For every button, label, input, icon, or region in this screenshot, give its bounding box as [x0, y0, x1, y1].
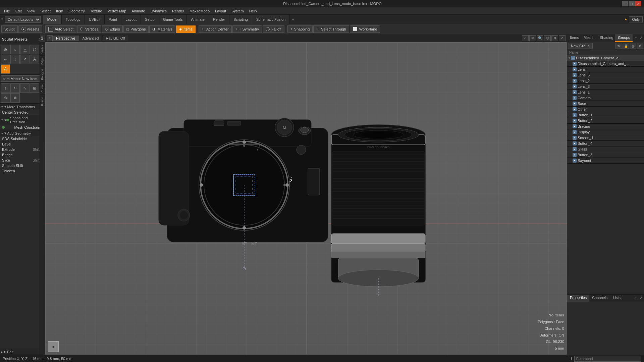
tree-vis-8[interactable]: ●	[573, 107, 577, 111]
viewport-3d[interactable]: Canon EOS R7	[45, 42, 567, 355]
layout-tab-scripting[interactable]: Scripting	[229, 15, 252, 24]
viewport-home-icon[interactable]: ⌂	[522, 35, 529, 41]
close-button[interactable]: ✕	[635, 1, 641, 6]
polygons-button[interactable]: □Polygons	[123, 25, 149, 33]
tool-icon-2[interactable]: ○	[10, 45, 20, 54]
right-tool-render[interactable]: ◎	[630, 43, 636, 49]
right-tab-items[interactable]: Items	[567, 34, 582, 42]
viewport-tab-raygl[interactable]: Ray GL: Off	[103, 36, 128, 41]
right-tab-shading[interactable]: Shading	[598, 34, 615, 42]
props-tab-add[interactable]: +	[634, 295, 638, 302]
tree-item-13[interactable]: ● Screen_1	[567, 135, 644, 141]
tree-vis-15[interactable]: ●	[573, 147, 577, 151]
viewport-settings-icon[interactable]: ⚙	[551, 35, 558, 41]
extrude-item[interactable]: Extrude Shift-X	[0, 147, 45, 152]
tree-item-4[interactable]: ● Lens_3	[567, 84, 644, 89]
bevel-item[interactable]: Bevel	[0, 141, 45, 147]
tree-vis-16[interactable]: ●	[573, 153, 577, 157]
layout-tab-animate[interactable]: Animate	[187, 15, 209, 24]
tool-icon-4[interactable]: ⬡	[30, 45, 39, 54]
tree-item-17[interactable]: ● Bayonet	[567, 158, 644, 164]
command-input[interactable]	[574, 356, 641, 362]
tree-item-2[interactable]: ● Lens_5	[567, 72, 644, 78]
tree-item-1[interactable]: ● Lens	[567, 67, 644, 72]
mesh-constraints-item[interactable]: Mesh Constraints	[0, 125, 45, 130]
rotate-icon[interactable]: ↻	[10, 83, 20, 93]
menu-vertex-map[interactable]: Vertex Map	[105, 8, 129, 14]
menu-file[interactable]: File	[1, 8, 13, 14]
root-visibility-icon[interactable]: ●	[571, 56, 575, 60]
props-tab-lists[interactable]: Lists	[610, 295, 624, 302]
snaps-section[interactable]: ▾ Snaps and Precision	[0, 115, 45, 125]
layout-tab-render[interactable]: Render	[209, 15, 229, 24]
layout-tab-uvedit[interactable]: UVEdit	[85, 15, 105, 24]
viewport-menu-icon[interactable]: ≡	[47, 35, 53, 41]
tree-item-15[interactable]: ● Glass	[567, 146, 644, 152]
only-button[interactable]: Only	[629, 16, 643, 22]
edges-button[interactable]: ◇Edges	[102, 25, 123, 33]
select-through-button[interactable]: ⊞Select Through	[313, 25, 349, 33]
tool-icon-9[interactable]: A	[1, 64, 10, 74]
action-center-button[interactable]: ⊕Action Center	[199, 25, 232, 33]
menu-texture[interactable]: Texture	[88, 8, 105, 14]
vtab-vertex[interactable]: Vertex	[40, 43, 45, 56]
viewport-tab-perspective[interactable]: Perspective	[53, 36, 78, 41]
viewport-render-icon[interactable]: ◎	[544, 35, 551, 41]
tree-vis-14[interactable]: ●	[573, 141, 577, 145]
tree-item-16[interactable]: ● Button_3	[567, 152, 644, 158]
right-tab-add[interactable]: +	[634, 34, 638, 42]
props-tab-channels[interactable]: Channels	[589, 295, 610, 302]
tree-vis-7[interactable]: ●	[573, 102, 577, 106]
tree-vis-3[interactable]: ●	[573, 79, 577, 83]
tree-item-11[interactable]: ● Bracing	[567, 124, 644, 129]
tree-vis-10[interactable]: ●	[573, 119, 577, 123]
falloff-button[interactable]: ◯Falloff	[263, 25, 284, 33]
layout-tab-schematic[interactable]: Schematic Fusion	[252, 15, 290, 24]
layout-tab-setup[interactable]: Setup	[141, 15, 159, 24]
add-geometry-section[interactable]: ▾ Add Geometry	[0, 130, 45, 136]
menu-item[interactable]: Item	[53, 8, 66, 14]
tree-vis-0[interactable]: ●	[573, 62, 577, 66]
move-icon[interactable]: ↕	[1, 83, 10, 93]
transform-5-icon[interactable]: ⟲	[1, 93, 10, 103]
maximize-button[interactable]: □	[629, 1, 635, 6]
sculpt-button[interactable]: Sculpt	[1, 25, 18, 33]
viewport-tab-advanced[interactable]: Advanced	[79, 36, 101, 41]
tree-vis-11[interactable]: ●	[573, 124, 577, 128]
tree-item-0[interactable]: ● Disassembled_Camera_and_...	[567, 61, 644, 67]
menu-render[interactable]: Render	[169, 8, 187, 14]
tree-item-root[interactable]: ▾ ● Disassembled_Camera_a...	[567, 55, 644, 61]
vtab-edge[interactable]: Edge	[40, 55, 45, 67]
materials-button[interactable]: ◑Materials	[149, 25, 175, 33]
sds-subdivide-item[interactable]: SDS Subdivide D	[0, 136, 45, 141]
thicken-item[interactable]: Thicken	[0, 168, 45, 174]
right-panel-icon-1[interactable]: ⤢	[638, 34, 644, 42]
menu-geometry[interactable]: Geometry	[66, 8, 87, 14]
vertices-button[interactable]: ⬡Vertices	[77, 25, 101, 33]
viewport-zoom-icon[interactable]: 🔍	[537, 35, 543, 41]
tree-vis-5[interactable]: ●	[573, 90, 577, 94]
menu-select[interactable]: Select	[38, 8, 53, 14]
transform-4-icon[interactable]: ⊞	[30, 83, 39, 93]
tool-icon-5[interactable]: ↔	[1, 55, 10, 64]
scale-icon[interactable]: ⤡	[20, 83, 30, 93]
auto-select-button[interactable]: Auto Select	[45, 25, 76, 33]
menu-help[interactable]: Help	[247, 8, 260, 14]
viewport-expand-icon[interactable]: ⤢	[559, 35, 566, 41]
tree-item-6[interactable]: ● Camera	[567, 95, 644, 101]
tree-item-7[interactable]: ● Base	[567, 101, 644, 107]
menu-system[interactable]: System	[229, 8, 247, 14]
presets-button[interactable]: ● Presets	[18, 25, 42, 33]
minimize-button[interactable]: ─	[622, 1, 628, 6]
tree-item-5[interactable]: ● Lens_1	[567, 89, 644, 95]
layout-tab-game-tools[interactable]: Game Tools	[159, 15, 187, 24]
layout-tab-layout[interactable]: Layout	[121, 15, 141, 24]
tree-vis-1[interactable]: ●	[573, 67, 577, 71]
tree-vis-17[interactable]: ●	[573, 159, 577, 163]
symmetry-button[interactable]: ⟷Symmetry	[232, 25, 262, 33]
slice-item[interactable]: Slice Shift-C	[0, 158, 45, 163]
items-button[interactable]: ◈Items	[176, 25, 196, 33]
props-panel-icon[interactable]: ⤢	[638, 295, 644, 302]
transform-6-icon[interactable]: ⊗	[10, 93, 20, 103]
layout-tab-paint[interactable]: Paint	[105, 15, 121, 24]
